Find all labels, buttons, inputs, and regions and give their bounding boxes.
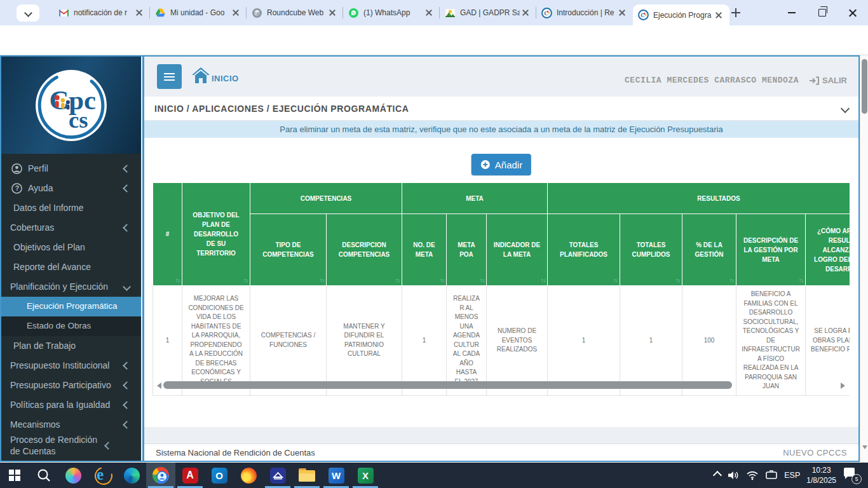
sort-icon[interactable] — [613, 276, 618, 285]
tab-whatsapp[interactable]: (1) WhatsApp — [343, 0, 440, 25]
sidebar-item-ayuda[interactable]: ? Ayuda — [1, 179, 141, 198]
roundcube-icon — [252, 8, 262, 18]
chevron-left-icon — [123, 165, 131, 173]
taskbar-internet-explorer-button[interactable]: e — [88, 463, 117, 488]
tab-close-icon[interactable] — [136, 10, 145, 16]
add-button[interactable]: Añadir — [471, 154, 531, 175]
sidebar-item-politicas-para-la-igualdad[interactable]: Políticas para la Igualdad — [1, 395, 141, 415]
person-icon — [10, 163, 23, 174]
window-close-button[interactable] — [837, 0, 868, 25]
window-minimize-button[interactable] — [776, 0, 807, 25]
tab-close-icon[interactable] — [522, 10, 531, 16]
cell-no-meta: 1 — [402, 286, 447, 396]
scroll-down-icon[interactable] — [862, 445, 867, 452]
taskbar-outlook-button[interactable]: O — [205, 463, 234, 488]
collapse-chevron-icon[interactable] — [841, 104, 850, 112]
chevron-down-icon — [123, 283, 131, 291]
sort-icon[interactable] — [395, 276, 400, 285]
volume-icon[interactable] — [727, 470, 740, 481]
taskbar-acrobat-button[interactable]: A — [175, 463, 205, 488]
taskbar-word-button[interactable]: W — [322, 463, 351, 488]
sidebar-item-presupuesto-participativo[interactable]: Presupuesto Participativo — [1, 376, 141, 395]
scroll-right-icon[interactable] — [841, 383, 848, 389]
sidebar-item-reporte-del-avance[interactable]: Reporte del Avance — [1, 257, 141, 277]
scrollbar-thumb[interactable] — [163, 381, 732, 389]
sidebar-item-estado-de-obras[interactable]: Estado de Obras — [1, 316, 141, 336]
sidebar-item-perfil[interactable]: Perfil — [1, 159, 141, 179]
logout-icon — [809, 76, 819, 85]
taskbar-search-button[interactable] — [29, 463, 58, 488]
col-header-descripcion: DESCRIPCION COMPETENCIAS — [327, 214, 402, 286]
notification-center-button[interactable]: 5 — [843, 466, 862, 484]
sort-icon[interactable] — [243, 276, 248, 285]
chevron-left-icon — [104, 442, 112, 450]
wifi-icon[interactable] — [746, 470, 759, 480]
taskbar-copilot-button[interactable] — [58, 463, 88, 488]
sidebar-item-planificacion-y-ejecucion[interactable]: Planificación y Ejecución — [1, 277, 141, 297]
tab-close-icon[interactable] — [233, 10, 241, 16]
home-link[interactable]: INICIO — [191, 67, 239, 85]
gad-site-icon — [445, 8, 456, 18]
sidebar-item-ejecucion-programatica[interactable]: Ejecución Programática — [1, 297, 141, 316]
logout-button[interactable]: SALIR — [809, 76, 847, 85]
col-header-num: # — [153, 183, 182, 286]
sidebar-item-coberturas[interactable]: Coberturas — [1, 218, 141, 238]
taskbar-edge-button[interactable] — [117, 463, 146, 488]
sidebar-toggle-button[interactable] — [157, 64, 182, 89]
cell-pct-gestion: 100 — [682, 286, 736, 396]
sidebar-item-mecanismos[interactable]: Mecanismos — [1, 415, 141, 435]
sort-icon[interactable] — [541, 276, 545, 285]
tab-close-icon[interactable] — [329, 10, 338, 16]
taskbar-excel-button[interactable]: X — [351, 463, 380, 488]
tab-close-icon[interactable] — [715, 12, 724, 18]
sidebar-item-datos-del-informe[interactable]: Datos del Informe — [1, 198, 141, 218]
sort-icon[interactable] — [729, 276, 734, 285]
sort-icon[interactable] — [480, 276, 484, 285]
chevron-down-icon — [24, 9, 32, 17]
tab-title: Introducción | Re — [557, 8, 616, 17]
taskbar-file-explorer-button[interactable] — [292, 463, 322, 488]
tab-close-icon[interactable] — [619, 10, 628, 16]
tab-gad[interactable]: GAD | GADPR Sa — [440, 0, 536, 25]
sidebar-item-plan-de-trabajo[interactable]: Plan de Trabajo — [1, 336, 141, 356]
clock[interactable]: 10:23 1/8/2025 — [806, 465, 836, 485]
sidebar-item-objetivos-del-plan[interactable]: Objetivos del Plan — [1, 238, 141, 257]
tab-roundcube[interactable]: Roundcube Web — [247, 0, 343, 25]
tab-title: Roundcube Web — [267, 8, 327, 17]
scrollbar-thumb[interactable] — [862, 59, 867, 114]
tab-drive[interactable]: Mi unidad - Goo — [150, 0, 247, 25]
scroll-left-icon[interactable] — [154, 383, 161, 389]
col-header-no-meta: NO. DE META — [402, 214, 447, 286]
sort-icon[interactable] — [320, 276, 324, 285]
tab-ejecucion-programatica-active[interactable]: C Ejecución Progra — [633, 4, 729, 25]
col-header-meta-poa: META POA — [447, 214, 487, 286]
taskbar-scan-app-button[interactable] — [263, 463, 292, 488]
wireless-display-icon[interactable] — [765, 470, 778, 480]
new-tab-button[interactable] — [728, 5, 743, 20]
horizontal-scrollbar[interactable] — [153, 381, 850, 390]
sort-icon[interactable] — [675, 276, 680, 285]
home-icon — [191, 67, 210, 85]
hidden-icons-chevron[interactable] — [713, 471, 722, 480]
sort-icon[interactable] — [175, 276, 180, 285]
sidebar-item-presupuesto-institucional[interactable]: Presupuesto Institucional — [1, 356, 141, 376]
chevron-left-icon — [123, 421, 131, 429]
sort-icon[interactable] — [440, 276, 444, 285]
notice-text: Para eliminar un meta de esta matriz, ve… — [280, 125, 722, 134]
chrome-profile-badge — [156, 471, 168, 482]
language-indicator[interactable]: ESP — [784, 471, 800, 480]
tab-introduccion[interactable]: C Introducción | Re — [536, 0, 633, 25]
tab-close-icon[interactable] — [426, 10, 435, 16]
sort-icon[interactable] — [799, 276, 803, 285]
tab-search-button[interactable] — [17, 4, 39, 22]
group-header-competencias: COMPETENCIAS — [250, 183, 402, 214]
sidebar-item-proceso-de-rendicion-de-cuentas[interactable]: Proceso de Rendición de Cuentas — [1, 435, 141, 457]
app-navbar: INICIO CECILIA MERCEDES CARRASCO MENDOZA… — [144, 57, 858, 97]
browser-tab-strip: notificación de r Mi unidad - Goo Roundc… — [0, 0, 868, 25]
taskbar-firefox-button[interactable] — [234, 463, 263, 488]
taskbar-chrome-button[interactable] — [146, 463, 175, 488]
vertical-scrollbar[interactable] — [860, 55, 868, 462]
tab-gmail[interactable]: notificación de r — [53, 0, 150, 25]
start-button[interactable] — [0, 463, 29, 488]
window-restore-button[interactable] — [807, 0, 837, 25]
